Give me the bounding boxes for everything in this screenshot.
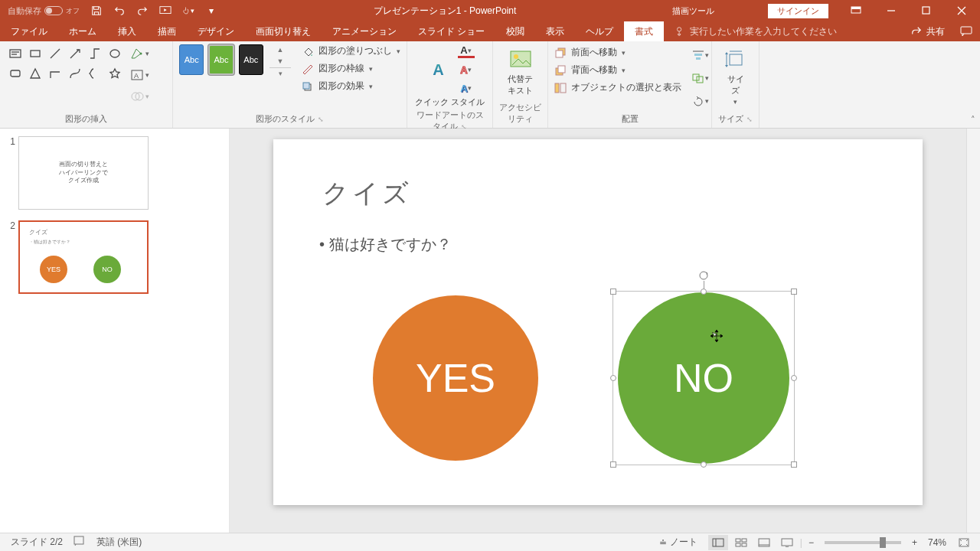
share-button[interactable]: 共有 [903,21,952,41]
rotate-icon[interactable]: ▾ [689,92,710,110]
tell-me-input[interactable]: 実行したい作業を入力してください [664,21,903,41]
resize-handle-n[interactable] [701,289,707,295]
svg-line-12 [70,50,79,58]
tab-help[interactable]: ヘルプ [575,21,624,41]
alt-text-button[interactable]: 代替テ キスト [499,44,541,99]
tab-slideshow[interactable]: スライド ショー [407,21,495,41]
shape-textbox-icon[interactable] [6,44,24,63]
slideshow-view-icon[interactable] [777,535,797,550]
close-icon[interactable] [945,0,978,21]
shape-oval-icon[interactable] [106,44,124,63]
group-icon[interactable]: ▾ [689,69,710,87]
shape-style-1[interactable]: Abc [179,44,204,75]
shape-style-3[interactable]: Abc [239,44,263,75]
slide-bullet-text[interactable]: • 猫は好きですか？ [319,234,452,255]
text-outline-icon[interactable]: A▾ [458,63,475,77]
touch-mode-icon[interactable]: ▾ [182,5,194,17]
tab-home[interactable]: ホーム [58,21,107,41]
tab-file[interactable]: ファイル [0,21,58,41]
gallery-up-icon[interactable]: ▲ [270,44,291,55]
minimize-icon[interactable] [874,0,908,21]
comments-icon[interactable] [952,21,980,41]
shape-rounded-rect-icon[interactable] [6,64,24,83]
rotate-handle-icon[interactable] [698,270,709,281]
zoom-out-icon[interactable]: − [805,537,817,548]
shape-rectangle-icon[interactable] [26,44,44,63]
sorter-view-icon[interactable] [731,535,751,550]
shape-star-icon[interactable] [106,64,124,83]
resize-handle-w[interactable] [610,375,616,381]
gallery-more-icon[interactable]: ▾ [270,67,291,78]
selection-pane-button[interactable]: オブジェクトの選択と表示 [554,81,681,94]
tab-view[interactable]: 表示 [535,21,575,41]
quick-styles-button[interactable]: A [426,55,452,84]
qat-customize-icon[interactable]: ▾ [205,5,217,17]
shape-line-icon[interactable] [46,44,64,63]
collapse-ribbon-icon[interactable]: ˄ [971,115,975,125]
tab-review[interactable]: 校閲 [495,21,535,41]
resize-handle-e[interactable] [791,375,797,381]
gallery-down-icon[interactable]: ▼ [270,56,291,67]
slideshow-from-start-icon[interactable] [159,5,172,17]
tab-animations[interactable]: アニメーション [322,21,407,41]
tab-design[interactable]: デザイン [187,21,245,41]
shape-outline-button[interactable]: 図形の枠線▾ [302,62,400,75]
autosave-toggle[interactable]: 自動保存 オフ [8,5,80,17]
language-indicator[interactable]: 英語 (米国) [96,536,142,549]
shape-fill-button[interactable]: 図形の塗りつぶし▾ [302,44,400,57]
shape-triangle-icon[interactable] [26,64,44,83]
shape-brace-icon[interactable] [86,64,104,83]
reading-view-icon[interactable] [754,535,774,550]
notes-button[interactable]: ≐ ノート [659,536,697,549]
tab-draw[interactable]: 描画 [147,21,187,41]
send-backward-button[interactable]: 背面へ移動▾ [554,64,681,77]
spellcheck-icon[interactable] [74,536,86,549]
selection-box[interactable] [612,291,795,465]
text-effects-icon[interactable]: A▾ [458,81,475,95]
textbox-icon[interactable]: A▾ [129,66,150,84]
resize-handle-nw[interactable] [610,289,616,295]
shape-style-2-selected[interactable]: Abc [208,44,234,75]
fit-to-window-icon[interactable] [954,535,974,550]
maximize-icon[interactable] [910,0,943,21]
size-button[interactable]: サイズ▾ [717,44,754,109]
edit-shape-icon[interactable]: ▾ [129,44,150,63]
svg-rect-38 [713,539,724,546]
shape-elbow-icon[interactable] [46,64,64,83]
tab-format[interactable]: 書式 [624,21,664,41]
undo-icon[interactable] [113,5,126,17]
shape-effects-button[interactable]: 図形の効果▾ [302,80,400,93]
shape-yes-circle[interactable]: YES [373,295,538,461]
normal-view-icon[interactable] [708,535,728,550]
slide-title[interactable]: クイズ [322,176,412,211]
thumbnail-slide-1[interactable]: 画面の切り替えと ハイパーリンクで クイズ作成 [18,136,149,210]
resize-handle-se[interactable] [791,461,797,468]
redo-icon[interactable] [136,5,149,17]
shape-curve-icon[interactable] [66,64,84,83]
zoom-slider[interactable] [825,541,901,544]
shape-gallery[interactable] [6,44,124,106]
slide-counter[interactable]: スライド 2/2 [11,536,63,549]
zoom-in-icon[interactable]: + [909,537,920,548]
tab-transitions[interactable]: 画面切り替え [245,21,322,41]
shape-connector-icon[interactable] [86,44,104,63]
resize-handle-sw[interactable] [610,461,616,468]
signin-button[interactable]: サインイン [768,4,828,18]
slide-thumbnail-pane[interactable]: 1 画面の切り替えと ハイパーリンクで クイズ作成 2 クイズ ・猫は好きですか… [0,129,230,533]
save-icon[interactable] [90,5,103,17]
resize-handle-s[interactable] [701,461,707,468]
merge-shapes-icon[interactable]: ▾ [129,87,150,106]
align-icon[interactable]: ▾ [689,46,710,64]
slide-canvas-area[interactable]: クイズ • 猫は好きですか？ YES NO [230,129,966,533]
slide[interactable]: クイズ • 猫は好きですか？ YES NO [273,139,923,505]
shape-arrow-line-icon[interactable] [66,44,84,63]
zoom-slider-thumb[interactable] [880,537,886,548]
tab-insert[interactable]: 挿入 [107,21,147,41]
ribbon-display-icon[interactable] [839,0,873,21]
resize-handle-ne[interactable] [791,289,797,295]
vertical-scrollbar[interactable] [966,129,980,533]
bring-forward-button[interactable]: 前面へ移動▾ [554,46,681,59]
thumbnail-slide-2[interactable]: クイズ ・猫は好きですか？ YES NO [18,220,149,294]
zoom-level[interactable]: 74% [928,537,946,548]
text-fill-icon[interactable]: A▾ [458,44,475,58]
